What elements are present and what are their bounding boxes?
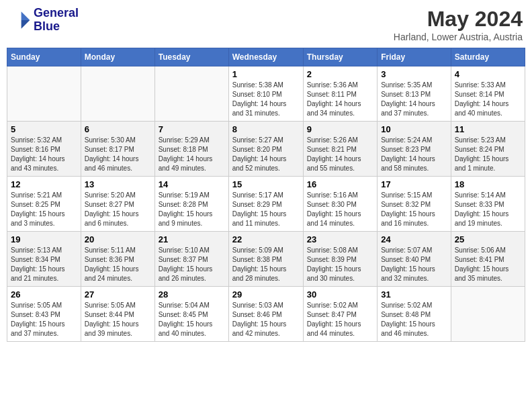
calendar-week-row: 12Sunrise: 5:21 AM Sunset: 8:25 PM Dayli…	[7, 177, 525, 232]
page-title: May 2024	[394, 7, 523, 32]
title-block: May 2024 Harland, Lower Austria, Austria	[394, 7, 523, 42]
day-number: 24	[381, 234, 447, 244]
calendar-cell: 29Sunrise: 5:03 AM Sunset: 8:46 PM Dayli…	[228, 287, 303, 342]
calendar-cell	[7, 66, 81, 122]
day-info: Sunrise: 5:27 AM Sunset: 8:20 PM Dayligh…	[232, 136, 300, 173]
day-number: 11	[455, 124, 521, 134]
day-number: 25	[455, 234, 521, 244]
day-number: 8	[232, 124, 300, 134]
calendar-cell: 20Sunrise: 5:11 AM Sunset: 8:36 PM Dayli…	[81, 232, 154, 287]
day-info: Sunrise: 5:20 AM Sunset: 8:27 PM Dayligh…	[85, 191, 151, 228]
day-number: 15	[232, 179, 300, 189]
calendar-table: SundayMondayTuesdayWednesdayThursdayFrid…	[7, 48, 525, 342]
calendar-cell: 2Sunrise: 5:36 AM Sunset: 8:11 PM Daylig…	[303, 66, 377, 122]
day-info: Sunrise: 5:26 AM Sunset: 8:21 PM Dayligh…	[307, 136, 373, 173]
calendar-cell: 17Sunrise: 5:15 AM Sunset: 8:32 PM Dayli…	[378, 177, 451, 232]
calendar-header-row: SundayMondayTuesdayWednesdayThursdayFrid…	[7, 48, 525, 66]
day-number: 18	[455, 179, 521, 189]
calendar-cell: 5Sunrise: 5:32 AM Sunset: 8:16 PM Daylig…	[7, 122, 81, 177]
calendar-cell: 6Sunrise: 5:30 AM Sunset: 8:17 PM Daylig…	[81, 122, 154, 177]
day-number: 31	[381, 289, 447, 300]
calendar-cell: 28Sunrise: 5:04 AM Sunset: 8:45 PM Dayli…	[154, 287, 228, 342]
day-info: Sunrise: 5:11 AM Sunset: 8:36 PM Dayligh…	[85, 246, 151, 283]
column-header-monday: Monday	[81, 48, 154, 66]
calendar-week-row: 26Sunrise: 5:05 AM Sunset: 8:43 PM Dayli…	[7, 287, 525, 342]
column-header-wednesday: Wednesday	[228, 48, 303, 66]
calendar-cell: 22Sunrise: 5:09 AM Sunset: 8:38 PM Dayli…	[228, 232, 303, 287]
day-number: 3	[381, 69, 447, 79]
day-info: Sunrise: 5:33 AM Sunset: 8:14 PM Dayligh…	[455, 81, 521, 118]
calendar-cell: 21Sunrise: 5:10 AM Sunset: 8:37 PM Dayli…	[154, 232, 228, 287]
calendar-cell: 7Sunrise: 5:29 AM Sunset: 8:18 PM Daylig…	[154, 122, 228, 177]
day-number: 27	[85, 289, 151, 300]
day-number: 1	[232, 69, 300, 79]
day-info: Sunrise: 5:02 AM Sunset: 8:48 PM Dayligh…	[381, 301, 447, 338]
logo: General Blue	[9, 7, 79, 34]
calendar-cell: 10Sunrise: 5:24 AM Sunset: 8:23 PM Dayli…	[378, 122, 451, 177]
calendar-cell: 1Sunrise: 5:38 AM Sunset: 8:10 PM Daylig…	[228, 66, 303, 122]
svg-marker-1	[21, 20, 30, 29]
page-subtitle: Harland, Lower Austria, Austria	[394, 32, 523, 42]
calendar-cell: 24Sunrise: 5:07 AM Sunset: 8:40 PM Dayli…	[378, 232, 451, 287]
day-info: Sunrise: 5:05 AM Sunset: 8:44 PM Dayligh…	[85, 301, 151, 338]
day-info: Sunrise: 5:32 AM Sunset: 8:16 PM Dayligh…	[11, 136, 77, 173]
calendar-cell	[451, 287, 525, 342]
day-number: 10	[381, 124, 447, 134]
day-number: 13	[85, 179, 151, 189]
day-info: Sunrise: 5:16 AM Sunset: 8:30 PM Dayligh…	[307, 191, 373, 228]
day-info: Sunrise: 5:04 AM Sunset: 8:45 PM Dayligh…	[159, 301, 225, 338]
calendar-cell: 18Sunrise: 5:14 AM Sunset: 8:33 PM Dayli…	[451, 177, 525, 232]
calendar-cell: 3Sunrise: 5:35 AM Sunset: 8:13 PM Daylig…	[378, 66, 451, 122]
calendar-cell: 27Sunrise: 5:05 AM Sunset: 8:44 PM Dayli…	[81, 287, 154, 342]
day-number: 12	[11, 179, 77, 189]
day-info: Sunrise: 5:29 AM Sunset: 8:18 PM Dayligh…	[159, 136, 225, 173]
logo-text: General Blue	[34, 7, 79, 34]
day-info: Sunrise: 5:19 AM Sunset: 8:28 PM Dayligh…	[159, 191, 225, 228]
page-header: General Blue May 2024 Harland, Lower Aus…	[7, 7, 525, 42]
day-info: Sunrise: 5:13 AM Sunset: 8:34 PM Dayligh…	[11, 246, 77, 283]
day-number: 2	[307, 69, 373, 79]
calendar-cell	[154, 66, 228, 122]
calendar-cell: 15Sunrise: 5:17 AM Sunset: 8:29 PM Dayli…	[228, 177, 303, 232]
calendar-cell: 31Sunrise: 5:02 AM Sunset: 8:48 PM Dayli…	[378, 287, 451, 342]
day-info: Sunrise: 5:23 AM Sunset: 8:24 PM Dayligh…	[455, 136, 521, 173]
day-number: 23	[307, 234, 373, 244]
day-number: 14	[159, 179, 225, 189]
day-number: 5	[11, 124, 77, 134]
day-info: Sunrise: 5:03 AM Sunset: 8:46 PM Dayligh…	[232, 301, 300, 338]
calendar-cell: 14Sunrise: 5:19 AM Sunset: 8:28 PM Dayli…	[154, 177, 228, 232]
calendar-cell: 13Sunrise: 5:20 AM Sunset: 8:27 PM Dayli…	[81, 177, 154, 232]
day-number: 21	[159, 234, 225, 244]
calendar-week-row: 19Sunrise: 5:13 AM Sunset: 8:34 PM Dayli…	[7, 232, 525, 287]
calendar-cell: 26Sunrise: 5:05 AM Sunset: 8:43 PM Dayli…	[7, 287, 81, 342]
day-info: Sunrise: 5:15 AM Sunset: 8:32 PM Dayligh…	[381, 191, 447, 228]
day-info: Sunrise: 5:08 AM Sunset: 8:39 PM Dayligh…	[307, 246, 373, 283]
calendar-cell: 25Sunrise: 5:06 AM Sunset: 8:41 PM Dayli…	[451, 232, 525, 287]
calendar-cell: 12Sunrise: 5:21 AM Sunset: 8:25 PM Dayli…	[7, 177, 81, 232]
day-number: 29	[232, 289, 300, 300]
calendar-week-row: 1Sunrise: 5:38 AM Sunset: 8:10 PM Daylig…	[7, 66, 525, 122]
day-info: Sunrise: 5:35 AM Sunset: 8:13 PM Dayligh…	[381, 81, 447, 118]
day-info: Sunrise: 5:07 AM Sunset: 8:40 PM Dayligh…	[381, 246, 447, 283]
day-number: 6	[85, 124, 151, 134]
logo-icon	[9, 9, 31, 31]
day-number: 22	[232, 234, 300, 244]
day-number: 17	[381, 179, 447, 189]
day-info: Sunrise: 5:10 AM Sunset: 8:37 PM Dayligh…	[159, 246, 225, 283]
day-info: Sunrise: 5:36 AM Sunset: 8:11 PM Dayligh…	[307, 81, 373, 118]
day-number: 20	[85, 234, 151, 244]
day-info: Sunrise: 5:17 AM Sunset: 8:29 PM Dayligh…	[232, 191, 300, 228]
day-info: Sunrise: 5:21 AM Sunset: 8:25 PM Dayligh…	[11, 191, 77, 228]
day-info: Sunrise: 5:38 AM Sunset: 8:10 PM Dayligh…	[232, 81, 300, 118]
column-header-saturday: Saturday	[451, 48, 525, 66]
column-header-tuesday: Tuesday	[154, 48, 228, 66]
day-info: Sunrise: 5:24 AM Sunset: 8:23 PM Dayligh…	[381, 136, 447, 173]
calendar-cell: 8Sunrise: 5:27 AM Sunset: 8:20 PM Daylig…	[228, 122, 303, 177]
day-info: Sunrise: 5:30 AM Sunset: 8:17 PM Dayligh…	[85, 136, 151, 173]
day-number: 9	[307, 124, 373, 134]
day-info: Sunrise: 5:09 AM Sunset: 8:38 PM Dayligh…	[232, 246, 300, 283]
calendar-cell: 9Sunrise: 5:26 AM Sunset: 8:21 PM Daylig…	[303, 122, 377, 177]
day-number: 28	[159, 289, 225, 300]
day-info: Sunrise: 5:02 AM Sunset: 8:47 PM Dayligh…	[307, 301, 373, 338]
day-info: Sunrise: 5:14 AM Sunset: 8:33 PM Dayligh…	[455, 191, 521, 228]
